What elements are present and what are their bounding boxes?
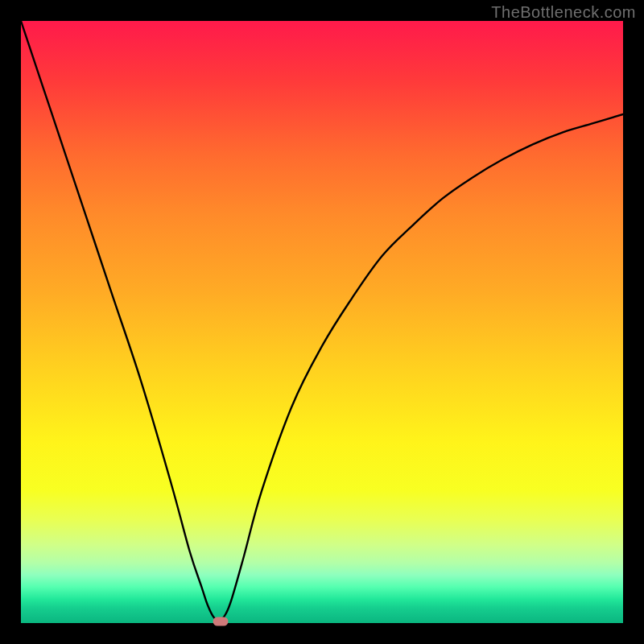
- chart-area: [21, 21, 623, 623]
- optimum-marker: [213, 617, 229, 625]
- bottleneck-curve: [21, 21, 623, 623]
- watermark-text: TheBottleneck.com: [491, 3, 636, 22]
